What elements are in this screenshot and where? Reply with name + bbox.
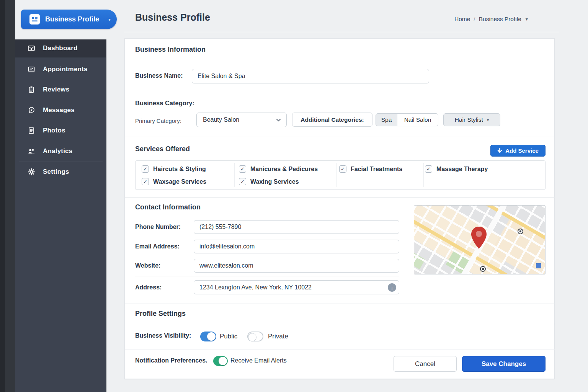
window-edge-strip xyxy=(0,0,5,392)
sidebar-item-label: Settings xyxy=(43,168,69,176)
chevron-down-icon: ▾ xyxy=(108,17,111,22)
primary-category-value: Beauty Salon xyxy=(203,116,239,123)
profile-badge-icon xyxy=(29,14,40,24)
phone-label: Phone Number: xyxy=(135,224,181,230)
cancel-button[interactable]: Cancel xyxy=(394,356,457,372)
sidebar-item-label: Reviews xyxy=(43,86,69,93)
email-alerts-toggle[interactable] xyxy=(213,356,228,366)
section-heading-business-information: Business Information xyxy=(135,46,206,54)
public-label: Public xyxy=(220,333,237,340)
tag-label: Nail Salon xyxy=(404,116,431,123)
service-checkbox-massage-therapy[interactable]: ✓ Massage Therapy xyxy=(425,165,488,173)
section-heading-contact: Contact Information xyxy=(135,203,201,211)
save-changes-button[interactable]: Save Changes xyxy=(462,356,546,372)
service-label: Haircuts & Styling xyxy=(153,166,206,173)
chat-bubble-icon xyxy=(28,106,35,114)
service-label: Manicures & Pedicures xyxy=(250,166,318,173)
primary-category-select[interactable]: Beauty Salon xyxy=(196,113,287,127)
tag-label: Hair Stylist xyxy=(455,116,483,123)
private-label: Private xyxy=(268,333,288,340)
checkbox-checked-icon: ✓ xyxy=(239,178,246,185)
primary-category-label: Primary Category: xyxy=(135,118,181,124)
sidebar-item-label: Messages xyxy=(43,106,75,114)
chevron-down-icon xyxy=(276,118,281,122)
category-tag-spa[interactable]: Spa xyxy=(376,113,397,126)
business-name-input[interactable] xyxy=(192,69,429,83)
collapsed-rail xyxy=(5,0,15,392)
column-divider xyxy=(336,163,337,187)
clipboard-icon xyxy=(28,86,35,93)
checkbox-checked-icon: ✓ xyxy=(339,165,346,173)
visibility-private-toggle[interactable] xyxy=(247,332,263,341)
service-checkbox-waxsage-services[interactable]: ✓ Waxsage Services xyxy=(142,178,206,185)
info-badge-icon xyxy=(536,263,541,268)
business-profile-card: Business Information Business Name: Busi… xyxy=(124,38,555,379)
service-checkbox-haircuts-styling[interactable]: ✓ Haircuts & Styling xyxy=(142,165,206,173)
sidebar-item-messages[interactable]: Messages xyxy=(15,101,106,119)
sidebar: Dashboard Appointments Reviews Messages … xyxy=(15,39,106,392)
sidebar-item-appointments[interactable]: Appointments xyxy=(15,60,106,78)
checkbox-checked-icon: ✓ xyxy=(239,165,246,173)
chevron-down-icon: ▾ xyxy=(487,118,489,122)
additional-categories-label: Additional Categories: xyxy=(292,113,372,127)
service-label: Massage Therapy xyxy=(436,166,488,173)
services-list: ✓ Haircuts & Styling ✓ Manicures & Pedic… xyxy=(135,160,546,190)
row-divider xyxy=(135,276,399,276)
visibility-label: Business Visibility: xyxy=(135,332,191,339)
sidebar-item-dashboard[interactable]: Dashboard xyxy=(15,39,106,57)
breadcrumb-separator: / xyxy=(474,16,475,23)
sidebar-item-label: Dashboard xyxy=(43,44,78,52)
sidebar-item-analytics[interactable]: Analytics xyxy=(15,142,106,160)
website-label: Website: xyxy=(135,262,160,269)
sidebar-item-settings[interactable]: Settings xyxy=(15,163,106,181)
checkbox-checked-icon: ✓ xyxy=(142,165,149,173)
section-divider xyxy=(125,304,555,304)
location-map[interactable] xyxy=(414,205,546,274)
service-label: Waxsage Services xyxy=(153,178,206,185)
profile-menu-label: Business Profile xyxy=(45,15,99,23)
chevron-down-icon[interactable]: ▾ xyxy=(526,16,528,22)
category-tag-nail-salon[interactable]: Nail Salon xyxy=(397,113,438,126)
column-divider xyxy=(234,163,235,187)
breadcrumb-current: Business Profile xyxy=(479,16,521,23)
visibility-public-toggle[interactable] xyxy=(200,332,216,341)
website-input[interactable] xyxy=(194,259,399,273)
service-checkbox-facial-treatments[interactable]: ✓ Facial Treatments xyxy=(339,165,402,173)
column-divider xyxy=(423,163,424,187)
sidebar-item-reviews[interactable]: Reviews xyxy=(15,80,106,99)
tag-label: Spa xyxy=(381,116,392,123)
add-service-button[interactable]: Add Service xyxy=(490,145,546,157)
business-category-label: Business Category: xyxy=(135,100,194,107)
locate-pin-icon[interactable]: ↓ xyxy=(388,283,396,292)
add-service-label: Add Service xyxy=(505,147,539,154)
gear-icon xyxy=(28,168,35,176)
envelope-icon xyxy=(28,44,35,52)
address-input[interactable] xyxy=(194,280,399,294)
sidebar-item-label: Photos xyxy=(43,127,65,134)
sidebar-divider xyxy=(19,162,103,162)
document-icon xyxy=(28,127,35,134)
section-divider xyxy=(125,137,555,137)
service-label: Waxing Services xyxy=(250,178,299,185)
section-heading-profile-settings: Profile Settings xyxy=(135,310,186,318)
transit-badge-icon xyxy=(518,229,523,234)
email-input[interactable] xyxy=(194,240,399,253)
phone-input[interactable] xyxy=(194,220,399,234)
sidebar-item-photos[interactable]: Photos xyxy=(15,121,106,140)
section-divider xyxy=(125,197,555,198)
sidebar-item-label: Analytics xyxy=(43,147,72,155)
category-tag-hair-stylist[interactable]: Hair Stylist ▾ xyxy=(443,113,500,126)
business-profile-menu-button[interactable]: Business Profile ▾ xyxy=(21,10,117,29)
address-label: Address: xyxy=(135,284,162,291)
breadcrumb-home-link[interactable]: Home xyxy=(454,16,470,23)
transit-badge-icon xyxy=(480,266,486,272)
service-checkbox-manicures-pedicures[interactable]: ✓ Manicures & Pedicures xyxy=(239,165,318,173)
checkbox-checked-icon: ✓ xyxy=(425,165,432,173)
row-divider xyxy=(125,324,555,324)
down-arrow-glyph: ↓ xyxy=(391,285,394,291)
checkbox-checked-icon: ✓ xyxy=(142,178,149,185)
map-pin-icon xyxy=(470,224,488,252)
service-checkbox-waxing-services[interactable]: ✓ Waxing Services xyxy=(239,178,299,185)
notification-preferences-label: Notification Preferences. xyxy=(135,357,207,364)
calendar-screen-icon xyxy=(28,65,35,73)
